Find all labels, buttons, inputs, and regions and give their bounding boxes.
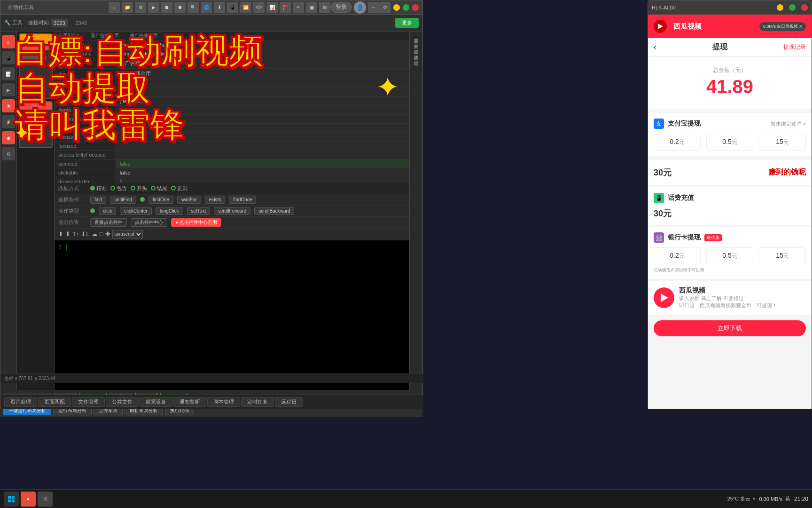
- sidebar-red2[interactable]: ◉: [2, 131, 15, 144]
- bank-amount-2[interactable]: 0.5元: [706, 247, 753, 264]
- nav-file-mgr[interactable]: 文件管理: [72, 397, 105, 407]
- tb-icon-6[interactable]: ⏺: [174, 2, 186, 13]
- code-icon-3[interactable]: T↑: [72, 230, 79, 238]
- tb-icon-9[interactable]: ⬇: [214, 2, 225, 13]
- tb-icon-7[interactable]: 🔍: [187, 2, 199, 13]
- bank-amount-3[interactable]: 15元: [759, 247, 806, 264]
- coord-y-label: y:: [35, 376, 39, 381]
- sidebar-device[interactable]: 📱: [2, 51, 15, 64]
- tb-icon-12[interactable]: </>: [253, 2, 265, 13]
- nav-timer[interactable]: 定时任务: [241, 397, 274, 407]
- bank-amounts: 0.2元 0.5元 15元: [654, 247, 806, 264]
- match-contains[interactable]: 包含: [110, 185, 127, 192]
- action-click[interactable]: click: [99, 207, 116, 215]
- cond-findone[interactable]: findOne: [148, 196, 173, 204]
- sidebar-setstatus[interactable]: 设置状态: [412, 50, 420, 54]
- tb-icon-14[interactable]: 🚩: [280, 2, 291, 13]
- match-precise[interactable]: 精准: [90, 185, 107, 192]
- nav-script[interactable]: 脚本管理: [207, 397, 240, 407]
- right-min-button[interactable]: [777, 4, 783, 11]
- nav-page-proc[interactable]: 页片处理: [4, 397, 37, 407]
- tb-icon-16[interactable]: ▣: [306, 2, 317, 13]
- right-close-button[interactable]: [801, 4, 808, 11]
- code-icon-4[interactable]: ⬇L: [81, 230, 89, 238]
- alipay-amount-2[interactable]: 0.5元: [706, 134, 753, 151]
- action-clickcenter[interactable]: clickCenter: [120, 207, 151, 215]
- right-max-button[interactable]: [789, 4, 796, 11]
- code-icon-6[interactable]: □: [100, 230, 103, 238]
- mobile-nav-record[interactable]: 提现记录: [783, 43, 806, 51]
- prop-key: desc: [55, 69, 116, 79]
- prop-value: [116, 115, 409, 124]
- action-scrollbwd[interactable]: scrollBackward: [254, 207, 294, 215]
- right-panel-titlebar: HLK-AL00: [648, 0, 812, 15]
- action-click-radio[interactable]: [90, 208, 95, 213]
- alipay-link[interactable]: 暂未绑定账户 >: [771, 120, 806, 127]
- match-regex[interactable]: 正则: [171, 185, 187, 192]
- bank-amount-1[interactable]: 0.2元: [654, 247, 701, 264]
- code-editor[interactable]: 1 |: [55, 240, 409, 390]
- sidebar-connect[interactable]: ⚡: [2, 115, 15, 128]
- sidebar-runlog[interactable]: 运行日志: [412, 56, 420, 60]
- login-button[interactable]: 登录: [330, 2, 352, 13]
- code-lang-select[interactable]: javascript python: [112, 230, 143, 238]
- cond-find[interactable]: find: [90, 196, 106, 204]
- point-center[interactable]: 点击控件中心: [131, 218, 167, 227]
- nav-freq-device[interactable]: 频宽设备: [140, 397, 172, 407]
- code-icon-2[interactable]: ⬇: [65, 230, 70, 238]
- sidebar-red1[interactable]: ★: [2, 99, 15, 112]
- tb-icon-10[interactable]: 📱: [227, 2, 238, 13]
- close-button[interactable]: [412, 4, 419, 11]
- start-button[interactable]: [4, 492, 19, 507]
- download-button[interactable]: 立即下载: [654, 320, 806, 336]
- nav-page-match[interactable]: 页面匹配: [38, 397, 71, 407]
- cond-findonce[interactable]: findOnce: [229, 196, 256, 204]
- code-icon-7[interactable]: ✚: [105, 230, 110, 238]
- action-scrollfwd[interactable]: scrollForward: [214, 207, 250, 215]
- action-longclick[interactable]: longClick: [156, 207, 183, 215]
- tb-icon-2[interactable]: 📁: [122, 2, 133, 13]
- nav-remote[interactable]: 远程日: [275, 397, 303, 407]
- sidebar-settings[interactable]: ⚙: [2, 147, 15, 160]
- match-start[interactable]: 开头: [131, 185, 147, 192]
- cond-exists[interactable]: exists: [205, 196, 226, 204]
- more-green-button[interactable]: 更多: [395, 18, 419, 28]
- code-icon-5[interactable]: ☁: [92, 230, 98, 238]
- sidebar-script[interactable]: 📝: [2, 67, 15, 80]
- match-regex-label: 正则: [177, 185, 187, 192]
- taskbar-app-2[interactable]: ⊞: [38, 492, 53, 507]
- tb-icon-13[interactable]: 📊: [266, 2, 278, 13]
- tb-icon-4[interactable]: ▶: [148, 2, 159, 13]
- more-icon[interactable]: ···: [368, 2, 379, 13]
- sidebar-home[interactable]: ⌂: [2, 35, 15, 48]
- minimize-button[interactable]: [393, 4, 400, 11]
- nav-notify[interactable]: 通知监听: [173, 397, 206, 407]
- tb-icon-8[interactable]: 🌐: [201, 2, 212, 13]
- action-settext[interactable]: setText: [187, 207, 211, 215]
- tb-icon-1[interactable]: ⌂: [109, 2, 120, 13]
- match-contains-dot: [110, 186, 115, 190]
- user-avatar[interactable]: 👤: [354, 1, 366, 14]
- tb-icon-17[interactable]: ⊞: [319, 2, 330, 13]
- taskbar-app-1[interactable]: ●: [21, 492, 36, 507]
- tb-icon-11[interactable]: 📶: [240, 2, 251, 13]
- point-direct[interactable]: 直接点击控件: [90, 218, 127, 227]
- sidebar-fullscreen[interactable]: 全屏显示: [412, 33, 420, 37]
- tb-icon-3[interactable]: ⚙: [135, 2, 146, 13]
- code-icon-1[interactable]: ⬆: [58, 230, 63, 238]
- tb-icon-15[interactable]: ✏: [293, 2, 304, 13]
- alipay-amount-3[interactable]: 15元: [759, 134, 806, 151]
- match-end[interactable]: 结尾: [151, 185, 167, 192]
- nav-public-file[interactable]: 公共文件: [106, 397, 139, 407]
- alipay-amount-1[interactable]: 0.2元: [654, 134, 701, 151]
- tb-icon-5[interactable]: ⏹: [161, 2, 172, 13]
- point-center-range[interactable]: ● 点击控件中心范围: [171, 218, 221, 227]
- cond-findone-radio[interactable]: [140, 197, 145, 202]
- maximize-button[interactable]: [403, 4, 409, 11]
- cond-waitfor[interactable]: waitFor: [177, 196, 201, 204]
- settings-icon[interactable]: ⚙: [379, 2, 390, 13]
- sidebar-setlist[interactable]: 设置列表: [412, 39, 420, 43]
- sidebar-run[interactable]: ▶: [2, 83, 15, 96]
- cond-untilfind[interactable]: untilFind: [110, 196, 136, 204]
- sidebar-float[interactable]: 悬浮投屏: [412, 45, 420, 48]
